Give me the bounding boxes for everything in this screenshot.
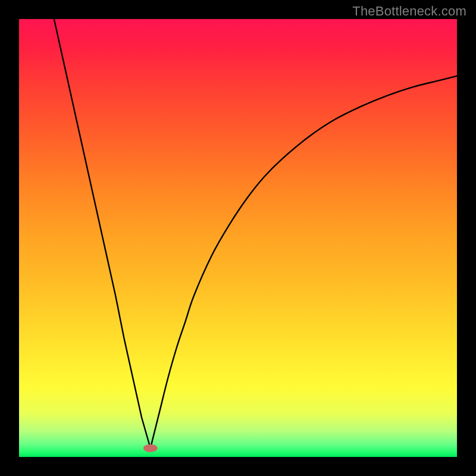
curve-right-branch bbox=[151, 76, 457, 449]
minimum-marker bbox=[143, 444, 158, 452]
chart-frame: TheBottleneck.com bbox=[0, 0, 476, 476]
curve-layer bbox=[19, 19, 457, 457]
plot-area bbox=[19, 19, 457, 457]
watermark-text: TheBottleneck.com bbox=[352, 4, 466, 19]
curve-left-branch bbox=[54, 19, 151, 448]
